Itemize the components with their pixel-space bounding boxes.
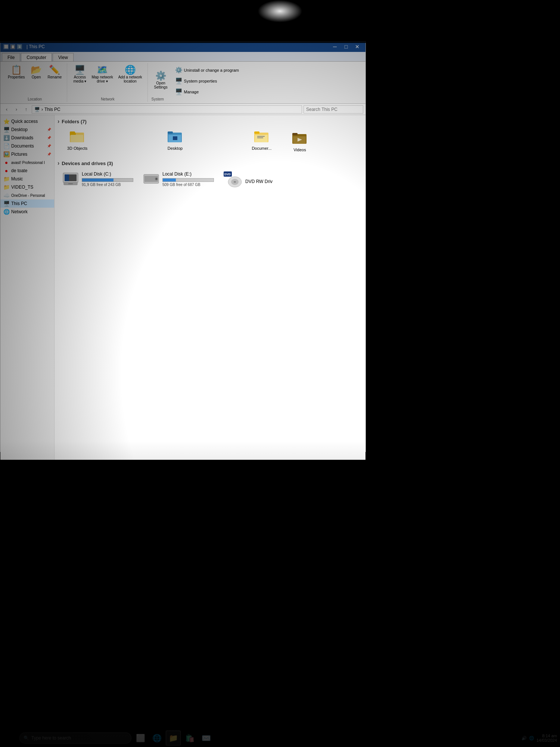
sidebar-item-onedrive[interactable]: ☁️ OneDrive - Personal	[0, 191, 54, 199]
system-props-label: System properties	[184, 79, 217, 83]
sidebar-item-documents[interactable]: 📄 Documents 📌	[0, 142, 54, 150]
music-sidebar-icon: 📁	[3, 176, 9, 182]
title-bar-icon-3: ⬇️	[17, 44, 22, 49]
sidebar-item-music[interactable]: 📁 Music	[0, 175, 54, 183]
up-button[interactable]: ↑	[22, 105, 30, 114]
drive-local-e[interactable]: Local Disk (E:) 509 GB free of 687 GB	[141, 170, 216, 193]
file-explorer-taskbar-icon: 📁	[169, 734, 178, 743]
uninstall-label: Uninstall or change a program	[184, 68, 239, 72]
add-network-label: Add a networklocation	[118, 75, 142, 83]
drive-e-bar	[162, 178, 214, 182]
settings-icon: ⚙️	[155, 71, 167, 80]
tab-view[interactable]: View	[53, 53, 74, 61]
pictures-sidebar-icon: 🖼️	[3, 151, 9, 157]
rename-label: Rename	[48, 75, 62, 79]
documents-sidebar-icon: 📄	[3, 143, 9, 149]
path-text: ›	[41, 107, 43, 112]
sidebar-item-network[interactable]: 🌐 Network	[0, 208, 54, 216]
downloads-sidebar-icon: ⬇️	[3, 135, 9, 141]
open-button[interactable]: 📂 Open	[28, 64, 45, 81]
uninstall-button[interactable]: ⚙️ Uninstall or change a program	[173, 65, 241, 75]
folder-documents[interactable]: Documer...	[245, 128, 279, 154]
taskbar-search[interactable]: 🔍 Type here to search	[19, 732, 131, 744]
tab-computer[interactable]: Computer	[21, 53, 52, 61]
ribbon-group-location: 📋 Properties 📂 Open ✏️ Rename Location	[3, 63, 67, 102]
sidebar-item-this-pc[interactable]: 🖥️ This PC	[0, 199, 54, 208]
manage-icon: 🖥️	[175, 88, 183, 95]
sidebar-label-pictures: Pictures	[11, 152, 27, 157]
path-icon: 🖥️	[34, 107, 40, 112]
minimize-button[interactable]: ─	[330, 41, 340, 52]
search-input[interactable]	[304, 105, 363, 114]
taskbar-search-icon: 🔍	[24, 735, 29, 741]
access-media-label: Accessmedia ▾	[73, 75, 86, 83]
edge-button[interactable]: 🌐	[149, 731, 164, 746]
title-bar: ⬜ 📋 ⬇️ | This PC ─ □ ✕	[0, 41, 365, 52]
drive-dvd-rw[interactable]: DVD DVD RW Driv	[222, 170, 281, 193]
tray-sound-icon: 🔊	[522, 736, 527, 741]
system-props-icon: 🖥️	[175, 77, 183, 84]
svg-rect-9	[254, 131, 259, 134]
start-button[interactable]: ⊞	[3, 731, 18, 746]
folder-videos[interactable]: Videos	[283, 129, 317, 154]
forward-button[interactable]: ›	[12, 105, 21, 114]
title-bar-icon-1: ⬜	[3, 44, 9, 49]
clock-time: 8:14 am	[536, 734, 557, 738]
close-button[interactable]: ✕	[352, 41, 363, 52]
mail-button[interactable]: ✉️	[199, 731, 214, 746]
map-network-button[interactable]: 🗺️ Map networkdrive ▾	[89, 64, 115, 85]
system-clock[interactable]: 8:14 am 14/03/2024	[536, 734, 557, 743]
svg-point-25	[156, 178, 157, 180]
video-ts-sidebar-icon: 📁	[3, 184, 9, 190]
system-properties-button[interactable]: 🖥️ System properties	[173, 76, 241, 86]
properties-button[interactable]: 📋 Properties	[6, 64, 27, 81]
folder-3d-objects[interactable]: 3D Objects	[60, 128, 94, 154]
add-network-button[interactable]: 🌐 Add a networklocation	[116, 64, 144, 85]
sidebar-item-downloads[interactable]: ⬇️ Downloads 📌	[0, 134, 54, 142]
folder-desktop-label: Desktop	[168, 146, 183, 151]
open-settings-button[interactable]: ⚙️ OpenSettings	[152, 70, 170, 91]
sidebar-label-onedrive: OneDrive - Personal	[11, 193, 45, 198]
access-media-icon: 🖥️	[74, 65, 85, 74]
open-icon: 📂	[31, 65, 42, 74]
sidebar: ⭐ Quick access 🖥️ Desktop 📌 ⬇️ Downloads…	[0, 115, 55, 460]
tab-file[interactable]: File	[2, 53, 20, 61]
de-toate-sidebar-icon: ●	[3, 168, 9, 174]
folder-documents-icon	[254, 130, 269, 145]
file-explorer-button[interactable]: 📁	[166, 731, 181, 746]
maximize-button[interactable]: □	[341, 41, 351, 52]
task-view-button[interactable]: ⬜	[133, 731, 148, 746]
sidebar-item-desktop[interactable]: 🖥️ Desktop 📌	[0, 125, 54, 134]
store-button[interactable]: 🛍️	[182, 731, 197, 746]
sidebar-item-de-toate[interactable]: ● de toate	[0, 167, 54, 175]
this-pc-sidebar-icon: 🖥️	[3, 201, 9, 207]
manage-button[interactable]: 🖥️ Manage	[173, 87, 241, 96]
address-path[interactable]: 🖥️ › This PC	[32, 105, 302, 114]
rename-icon: ✏️	[49, 65, 60, 74]
folder-desktop-icon	[168, 130, 183, 145]
back-button[interactable]: ‹	[3, 105, 11, 114]
taskbar-right: 🔊 🌐 8:14 am 14/03/2024	[522, 734, 557, 743]
sidebar-label-de-toate: de toate	[11, 168, 27, 173]
drives-section-header: Devices and drives (3)	[57, 160, 363, 167]
sidebar-item-video-ts[interactable]: 📁 VIDEO_TS	[0, 183, 54, 191]
access-media-button[interactable]: 🖥️ Accessmedia ▾	[71, 64, 88, 85]
svg-rect-12	[257, 137, 263, 138]
folders-grid: 3D Objects Desktop	[57, 128, 363, 154]
store-icon: 🛍️	[185, 734, 195, 743]
rename-button[interactable]: ✏️ Rename	[46, 64, 64, 81]
folder-desktop[interactable]: Desktop	[158, 128, 192, 154]
svg-rect-11	[257, 136, 265, 137]
system-group-label: System	[152, 96, 164, 101]
drive-local-c[interactable]: Local Disk (C:) 91,9 GB free of 243 GB	[60, 170, 135, 193]
drive-c-info: Local Disk (C:) 91,9 GB free of 243 GB	[82, 171, 133, 187]
drive-c-free: 91,9 GB free of 243 GB	[82, 183, 133, 187]
taskbar: ⊞ 🔍 Type here to search ⬜ 🌐 📁 🛍️ ✉️ 🔊 🌐 …	[0, 729, 560, 747]
task-view-icon: ⬜	[136, 734, 145, 743]
sidebar-label-avast: avast! Professional I	[11, 161, 45, 165]
sidebar-item-pictures[interactable]: 🖼️ Pictures 📌	[0, 150, 54, 158]
sidebar-item-avast[interactable]: ● avast! Professional I	[0, 158, 54, 167]
title-bar-controls: ─ □ ✕	[330, 41, 363, 52]
sidebar-item-quick-access[interactable]: ⭐ Quick access	[0, 117, 54, 125]
folder-documents-label: Documer...	[252, 146, 271, 151]
